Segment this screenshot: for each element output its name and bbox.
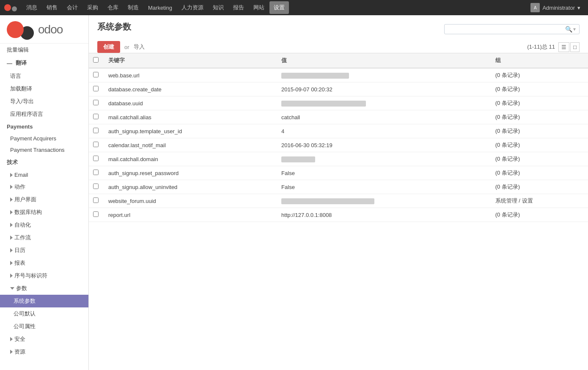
sidebar-item-label: 报表: [14, 259, 25, 267]
table-row[interactable]: web.base.url(0 条记录): [89, 68, 588, 82]
sidebar-item-payment-acquirers[interactable]: Payment Acquirers: [0, 133, 88, 144]
sidebar-item-payment-transactions[interactable]: Payment Transactions: [0, 144, 88, 156]
row-checkbox-cell: [89, 194, 104, 208]
sidebar-item-sequences[interactable]: 序号与标识符: [0, 269, 88, 282]
sidebar-section-payments: Payments: [0, 121, 88, 133]
row-group: (0 条记录): [491, 152, 588, 166]
sidebar-item-workflow[interactable]: 工作流: [0, 231, 88, 244]
table-row[interactable]: website_forum.uuid系统管理 / 设置: [89, 194, 588, 208]
nav-item-warehouse[interactable]: 仓库: [103, 1, 123, 14]
sidebar-item-language[interactable]: 语言: [0, 70, 88, 82]
table-row[interactable]: mail.catchall.domain(0 条记录): [89, 152, 588, 166]
row-value: 2016-06-30 05:32:19: [277, 138, 491, 152]
sidebar-item-label: Payment Acquirers: [10, 135, 56, 142]
row-key: web.base.url: [104, 68, 277, 82]
nav-item-accounting[interactable]: 会计: [63, 1, 82, 14]
sidebar-item-label: 安全: [14, 335, 25, 343]
row-group: (0 条记录): [491, 68, 588, 82]
sidebar-item-ui[interactable]: 用户界面: [0, 193, 88, 206]
triangle-right-icon: [10, 350, 13, 354]
nav-item-manufacturing[interactable]: 制造: [124, 1, 143, 14]
row-checkbox-cell: [89, 124, 104, 138]
row-checkbox[interactable]: [93, 128, 99, 133]
table-row[interactable]: calendar.last_notif_mail2016-06-30 05:32…: [89, 138, 588, 152]
row-checkbox[interactable]: [93, 114, 99, 119]
row-checkbox[interactable]: [93, 72, 99, 77]
nav-item-report[interactable]: 报告: [229, 1, 248, 14]
sidebar-item-label: 序号与标识符: [14, 272, 47, 280]
nav-item-purchase[interactable]: 采购: [83, 1, 102, 14]
select-all-checkbox[interactable]: [93, 57, 99, 63]
sidebar-item-load-translation[interactable]: 加载翻译: [0, 82, 88, 95]
sidebar-item-label: 公司默认: [14, 310, 36, 318]
sidebar-item-import-export[interactable]: 导入/导出: [0, 95, 88, 108]
sidebar-item-db-structure[interactable]: 数据库结构: [0, 206, 88, 219]
row-checkbox[interactable]: [93, 170, 99, 175]
sidebar-item-security[interactable]: 安全: [0, 333, 88, 345]
sidebar-item-company-props[interactable]: 公司属性: [0, 320, 88, 333]
sidebar-item-resources[interactable]: 资源: [0, 345, 88, 358]
sidebar-item-reports[interactable]: 报表: [0, 257, 88, 269]
triangle-right-icon: [10, 223, 13, 227]
table-row[interactable]: database.uuid(0 条记录): [89, 96, 588, 110]
nav-item-sales[interactable]: 销售: [42, 1, 62, 14]
triangle-down-icon: [10, 287, 14, 290]
row-checkbox[interactable]: [93, 142, 99, 147]
row-key: auth_signup.template_user_id: [104, 124, 277, 138]
row-value: [277, 68, 491, 82]
table-row[interactable]: auth_signup.reset_passwordFalse(0 条记录): [89, 166, 588, 180]
row-checkbox[interactable]: [93, 100, 99, 105]
table-row[interactable]: mail.catchall.aliascatchall(0 条记录): [89, 110, 588, 124]
row-checkbox[interactable]: [93, 184, 99, 189]
row-key: report.url: [104, 208, 277, 222]
nav-item-hr[interactable]: 人力资源: [177, 1, 208, 14]
nav-item-website[interactable]: 网站: [249, 1, 269, 14]
list-view-button[interactable]: ☰: [558, 42, 569, 52]
search-input[interactable]: [448, 26, 565, 32]
sidebar-item-params-group[interactable]: 参数: [0, 282, 88, 295]
user-menu[interactable]: A Administrator ▾: [527, 1, 584, 14]
sidebar-item-label: 批量编辑: [7, 46, 29, 54]
nav-item-settings[interactable]: 设置: [269, 1, 289, 14]
sidebar-item-automation[interactable]: 自动化: [0, 219, 88, 231]
row-checkbox[interactable]: [93, 211, 99, 217]
row-checkbox[interactable]: [93, 197, 99, 203]
kanban-view-button[interactable]: □: [570, 42, 580, 52]
table-row[interactable]: database.create_date2015-09-07 00:20:32(…: [89, 82, 588, 96]
search-dropdown-button[interactable]: ▾: [573, 26, 576, 32]
sidebar-item-bulk-edit[interactable]: 批量编辑: [0, 44, 88, 56]
nav-item-knowledge[interactable]: 知识: [209, 1, 228, 14]
table-row[interactable]: auth_signup.allow_uninvitedFalse(0 条记录): [89, 180, 588, 194]
row-checkbox[interactable]: [93, 156, 99, 161]
triangle-right-icon: [10, 337, 13, 341]
sidebar-item-email[interactable]: Email: [0, 169, 88, 181]
row-checkbox-cell: [89, 138, 104, 152]
sidebar-item-action[interactable]: 动作: [0, 181, 88, 193]
chevron-down-icon: —: [7, 60, 12, 66]
nav-items: 消息 销售 会计 采购 仓库 制造 Marketing 人力资源 知识 报告 网…: [4, 1, 527, 14]
nav-item-message[interactable]: 消息: [22, 1, 41, 14]
search-button[interactable]: 🔍: [565, 26, 572, 33]
table-row[interactable]: auth_signup.template_user_id4(0 条记录): [89, 124, 588, 138]
row-value: [277, 96, 491, 110]
create-button[interactable]: 创建: [97, 41, 120, 53]
sidebar-item-company-defaults[interactable]: 公司默认: [0, 307, 88, 320]
sidebar-item-label: 系统参数: [14, 297, 36, 305]
dropdown-arrow-icon: ▾: [577, 5, 580, 11]
sidebar-item-calendar[interactable]: 日历: [0, 244, 88, 257]
row-key: mail.catchall.alias: [104, 110, 277, 124]
nav-item-marketing[interactable]: Marketing: [144, 2, 176, 14]
sidebar-item-app-lang[interactable]: 应用程序语言: [0, 108, 88, 121]
row-value: 2015-09-07 00:20:32: [277, 82, 491, 96]
sidebar-section-translation[interactable]: — 翻译: [0, 56, 88, 70]
import-link[interactable]: 导入: [134, 43, 145, 51]
username: Administrator: [542, 5, 575, 11]
triangle-right-icon: [10, 197, 13, 202]
row-checkbox[interactable]: [93, 86, 99, 91]
table-header-value: 值: [277, 53, 491, 69]
sidebar-item-system-params[interactable]: 系统参数: [0, 295, 88, 307]
table-header-group: 组: [491, 53, 588, 69]
table-row[interactable]: report.urlhttp://127.0.0.1:8008(0 条记录): [89, 208, 588, 222]
sidebar-item-label: 加载翻译: [10, 85, 32, 93]
page-header-area: 系统参数 🔍 ▾ 创建 or 导入 (1-11)总 11 ☰ □: [89, 15, 588, 53]
